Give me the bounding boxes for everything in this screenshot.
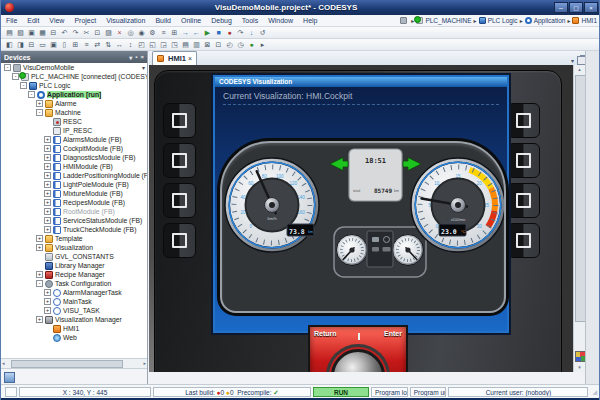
find-icon[interactable]: ◎ [125,28,136,38]
scroll-down-icon[interactable]: ▾ [574,363,585,372]
bullet-icon[interactable]: ● [246,40,257,50]
expander-icon[interactable]: + [44,298,51,305]
close-button[interactable]: × [584,2,598,13]
close-all-icon[interactable]: ⊠ [202,40,213,50]
scroll-right-icon[interactable]: ▸ [143,360,146,367]
expander-icon[interactable]: + [36,100,43,107]
expander-icon[interactable]: + [44,208,51,215]
tree-item[interactable]: - VisuDemoMobile [1,63,147,72]
frame-icon[interactable]: ▭ [37,40,48,50]
tree-item[interactable]: + AlarmManagerTask [1,288,147,297]
copy-icon[interactable]: ⊡ [92,28,103,38]
timer2-icon[interactable]: ◷ [235,40,246,50]
current-user[interactable]: Current user: (nobody) [448,387,588,397]
expander-icon[interactable] [44,325,51,332]
menu-item[interactable]: View [44,17,69,24]
tree-item[interactable]: + LightPoleModule (FB) [1,180,147,189]
menu-item[interactable]: Tools [237,17,263,24]
expander-icon[interactable]: + [36,271,43,278]
tree-item[interactable]: HMI1 [1,324,147,333]
step-into-icon[interactable]: ↓ [246,28,257,38]
expander-icon[interactable] [44,127,51,134]
tree-item[interactable]: + VISU_TASK [1,306,147,315]
scroll-up-icon[interactable]: ▴ [574,65,585,74]
tree-item[interactable]: + Visualization Manager [1,315,147,324]
cascade-icon[interactable]: ◨ [15,40,26,50]
align-tr-icon[interactable]: ◳ [169,40,180,50]
expander-icon[interactable]: + [44,190,51,197]
expander-icon[interactable]: - [20,82,27,89]
panel-close-icon[interactable]: × [140,54,144,60]
tree-item[interactable]: + TruckCheckModule (FB) [1,225,147,234]
enter-button[interactable]: Enter [384,330,402,337]
expander-icon[interactable] [44,118,51,125]
rows-icon[interactable]: ▤ [180,40,191,50]
save-all-icon[interactable]: ▦ [37,28,48,38]
menu-item[interactable]: Help [298,17,322,24]
print-icon[interactable]: ⊟ [48,28,59,38]
bezel-button-r4[interactable] [507,223,540,258]
tree-item[interactable]: + MainTask [1,297,147,306]
tree-item[interactable]: IP_RESC [1,126,147,135]
restore-window-icon[interactable]: ◧ [4,40,15,50]
resize-grip-icon[interactable]: ◢ [592,388,597,395]
expander-icon[interactable]: + [44,289,51,296]
menu-item[interactable]: Visualization [101,17,150,24]
timer1-icon[interactable]: ◴ [224,40,235,50]
menu-item[interactable]: File [1,17,22,24]
step-over-icon[interactable]: ↷ [235,28,246,38]
tree-item[interactable]: - Task Configuration [1,279,147,288]
cut-icon[interactable]: ✂ [81,28,92,38]
canvas-vscrollbar[interactable]: ▴ ▾ [573,65,585,372]
expander-icon[interactable]: - [12,73,19,80]
tree-item[interactable]: + LadderPositioningModule (FB) [1,171,147,180]
tree-item[interactable]: + Alarme [1,99,147,108]
devices-hscrollbar[interactable]: ◂ ▸ [1,358,147,368]
align-bl-icon[interactable]: ◱ [147,40,158,50]
expander-icon[interactable]: + [44,307,51,314]
expander-icon[interactable]: + [36,316,43,323]
size-v-icon[interactable]: ↕ [125,40,136,50]
align-br-icon[interactable]: ◲ [158,40,169,50]
bezel-button-r3[interactable] [507,183,540,218]
tree-item[interactable]: Library Manager [1,261,147,270]
tree-item[interactable]: + MixtureModule (FB) [1,189,147,198]
bezel-button-l2[interactable] [163,143,196,178]
generate-code-icon[interactable]: ≡ [158,28,169,38]
expander-icon[interactable]: - [36,280,43,287]
menu-item[interactable]: Edit [22,17,44,24]
scroll-thumb[interactable] [11,360,123,368]
dock-icon[interactable]: ⊡ [213,40,224,50]
expander-icon[interactable]: + [44,172,51,179]
start-icon[interactable]: ▶ [202,28,213,38]
compile-icon[interactable]: ⚙ [147,28,158,38]
columns-icon[interactable]: ▥ [191,40,202,50]
bezel-button-l1[interactable] [163,103,196,138]
expander-icon[interactable]: - [36,109,43,116]
tree-item[interactable]: + CockpitModule (FB) [1,144,147,153]
expander-icon[interactable]: + [36,235,43,242]
expander-icon[interactable]: + [44,199,51,206]
maximize-button[interactable]: ▢ [569,2,583,13]
menu-item[interactable]: Project [69,17,101,24]
tree-item[interactable]: RESC [1,117,147,126]
open-file-icon[interactable]: ▧ [15,28,26,38]
swap-h-icon[interactable]: ⇄ [92,40,103,50]
new-file-icon[interactable]: ▤ [4,28,15,38]
project-combo-arrow[interactable]: ▾ [142,64,145,71]
pane-icon[interactable]: ▯ [59,40,70,50]
tree-item[interactable]: GVL_CONSTANTS [1,252,147,261]
breadcrumb-item[interactable]: HMI1 [565,17,597,24]
breadcrumb-item[interactable]: PLC_MACHINE [409,17,471,24]
login-icon[interactable]: → [180,28,191,38]
bezel-button-l4[interactable] [163,223,196,258]
expander-icon[interactable]: + [44,217,51,224]
reset-icon[interactable]: ↺ [257,28,268,38]
delete-icon[interactable]: × [114,28,125,38]
expander-icon[interactable]: + [44,145,51,152]
paste-icon[interactable]: ▨ [103,28,114,38]
list-icon[interactable]: ≡ [81,40,92,50]
replace-icon[interactable]: ◉ [136,28,147,38]
bezel-button-r1[interactable] [507,103,540,138]
devices-view-icon[interactable] [4,372,15,383]
